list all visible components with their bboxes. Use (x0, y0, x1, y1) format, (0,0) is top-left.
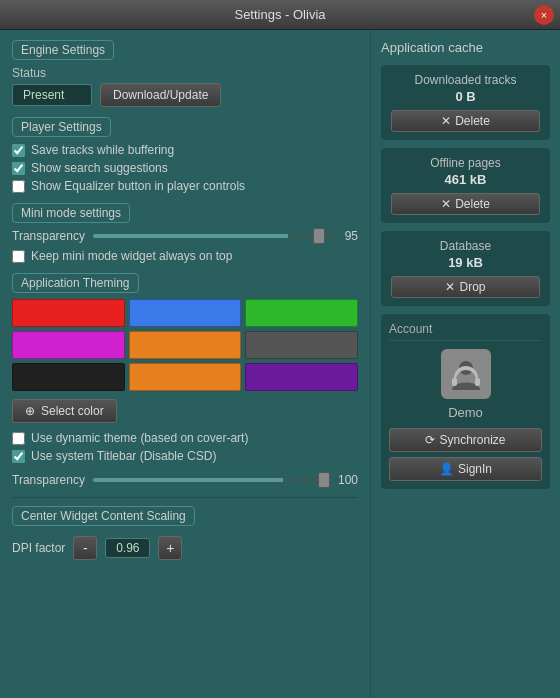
account-label: Account (389, 322, 542, 341)
transparency-label: Transparency (12, 229, 85, 243)
database-label: Database (391, 239, 540, 253)
dpi-value: 0.96 (105, 538, 150, 558)
download-update-button[interactable]: Download/Update (100, 83, 221, 107)
offline-pages-label: Offline pages (391, 156, 540, 170)
database-block: Database 19 kB ✕ Drop (381, 231, 550, 306)
divider (12, 497, 358, 498)
transparency-slider-container (93, 234, 337, 238)
theming-transparency-row: Transparency 100 (12, 473, 358, 487)
color-swatch-3[interactable] (12, 331, 125, 359)
synchronize-button[interactable]: ⟳ Synchronize (389, 428, 542, 452)
svg-rect-1 (452, 378, 457, 386)
show-equalizer-checkbox[interactable] (12, 180, 25, 193)
system-titlebar-checkbox[interactable] (12, 450, 25, 463)
account-username: Demo (389, 405, 542, 420)
dynamic-theme-label: Use dynamic theme (based on cover-art) (31, 431, 248, 445)
keep-on-top-checkbox[interactable] (12, 250, 25, 263)
checkbox-equalizer-button[interactable]: Show Equalizer button in player controls (12, 179, 358, 193)
database-value: 19 kB (391, 255, 540, 270)
theming-transparency-value: 100 (338, 473, 358, 487)
transparency-slider[interactable] (93, 234, 337, 238)
x-icon-2: ✕ (441, 197, 451, 211)
color-swatch-8[interactable] (245, 363, 358, 391)
checkbox-search-suggestions[interactable]: Show search suggestions (12, 161, 358, 175)
downloaded-tracks-block: Downloaded tracks 0 B ✕ Delete (381, 65, 550, 140)
app-cache-title: Application cache (381, 40, 550, 55)
save-tracks-label: Save tracks while buffering (31, 143, 174, 157)
theming-label: Application Theming (12, 273, 139, 293)
engine-settings-section: Engine Settings Status Present Download/… (12, 40, 358, 107)
engine-settings-label: Engine Settings (12, 40, 114, 60)
sync-icon: ⟳ (425, 433, 435, 447)
dynamic-theme-checkbox[interactable] (12, 432, 25, 445)
downloaded-tracks-label: Downloaded tracks (391, 73, 540, 87)
dpi-increase-button[interactable]: + (158, 536, 182, 560)
color-grid (12, 299, 358, 391)
mini-mode-label: Mini mode settings (12, 203, 130, 223)
offline-pages-block: Offline pages 461 kB ✕ Delete (381, 148, 550, 223)
show-equalizer-label: Show Equalizer button in player controls (31, 179, 245, 193)
checkbox-system-titlebar[interactable]: Use system Titlebar (Disable CSD) (12, 449, 358, 463)
player-settings-label: Player Settings (12, 117, 111, 137)
select-color-button[interactable]: ⊕ Select color (12, 399, 117, 423)
downloaded-tracks-delete-button[interactable]: ✕ Delete (391, 110, 540, 132)
status-value: Present (12, 84, 92, 106)
offline-pages-delete-button[interactable]: ✕ Delete (391, 193, 540, 215)
color-swatch-0[interactable] (12, 299, 125, 327)
svg-rect-2 (475, 378, 480, 386)
database-drop-button[interactable]: ✕ Drop (391, 276, 540, 298)
status-label: Status (12, 66, 358, 80)
signin-button[interactable]: 👤 SignIn (389, 457, 542, 481)
account-section: Account Demo ⟳ Synchronize (381, 314, 550, 489)
color-swatch-5[interactable] (245, 331, 358, 359)
checkbox-dynamic-theme[interactable]: Use dynamic theme (based on cover-art) (12, 431, 358, 445)
color-swatch-1[interactable] (129, 299, 242, 327)
window-title: Settings - Olivia (234, 7, 325, 22)
right-panel: Application cache Downloaded tracks 0 B … (370, 30, 560, 698)
transparency-row: Transparency 95 (12, 229, 358, 243)
color-swatch-4[interactable] (129, 331, 242, 359)
color-swatch-6[interactable] (12, 363, 125, 391)
show-search-suggestions-checkbox[interactable] (12, 162, 25, 175)
player-settings-section: Player Settings Save tracks while buffer… (12, 117, 358, 193)
theming-transparency-label: Transparency (12, 473, 85, 487)
x-icon-3: ✕ (445, 280, 455, 294)
offline-pages-value: 461 kB (391, 172, 540, 187)
checkbox-save-tracks[interactable]: Save tracks while buffering (12, 143, 358, 157)
left-panel: Engine Settings Status Present Download/… (0, 30, 370, 698)
theming-section: Application Theming ⊕ Select color Use (12, 273, 358, 487)
checkbox-keep-on-top[interactable]: Keep mini mode widget always on top (12, 249, 358, 263)
center-widget-section: Center Widget Content Scaling DPI factor… (12, 506, 358, 560)
save-tracks-checkbox[interactable] (12, 144, 25, 157)
show-search-suggestions-label: Show search suggestions (31, 161, 168, 175)
downloaded-tracks-value: 0 B (391, 89, 540, 104)
theme-checkboxes: Use dynamic theme (based on cover-art) U… (12, 431, 358, 463)
color-swatch-7[interactable] (129, 363, 242, 391)
title-bar: Settings - Olivia × (0, 0, 560, 30)
keep-on-top-label: Keep mini mode widget always on top (31, 249, 232, 263)
dpi-decrease-button[interactable]: - (73, 536, 97, 560)
x-icon: ✕ (441, 114, 451, 128)
transparency-value: 95 (345, 229, 358, 243)
dpi-row: DPI factor - 0.96 + (12, 536, 358, 560)
dpi-label: DPI factor (12, 541, 65, 555)
theming-transparency-slider[interactable] (93, 478, 330, 482)
color-swatch-2[interactable] (245, 299, 358, 327)
avatar (441, 349, 491, 399)
system-titlebar-label: Use system Titlebar (Disable CSD) (31, 449, 216, 463)
plus-circle-icon: ⊕ (25, 404, 35, 418)
main-content: Engine Settings Status Present Download/… (0, 30, 560, 698)
close-button[interactable]: × (534, 5, 554, 25)
user-icon: 👤 (439, 462, 454, 476)
theming-transparency-slider-container (93, 478, 330, 482)
center-widget-label: Center Widget Content Scaling (12, 506, 195, 526)
status-row: Present Download/Update (12, 83, 358, 107)
mini-mode-section: Mini mode settings Transparency 95 Keep … (12, 203, 358, 263)
